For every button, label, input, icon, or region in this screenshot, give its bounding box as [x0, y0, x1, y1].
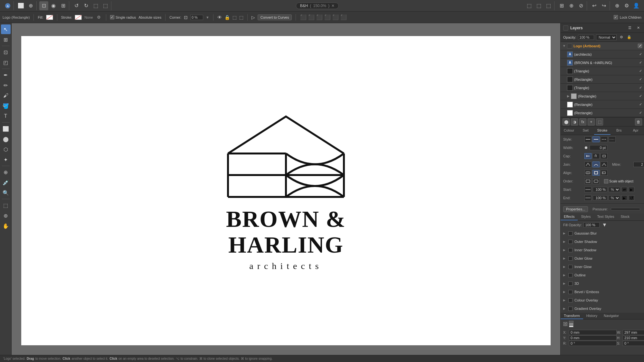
symbols-tool[interactable]: ⊛	[1, 211, 11, 220]
layers-mask-btn[interactable]: ◑	[571, 118, 578, 125]
transform-tool[interactable]: ⊡	[1, 47, 11, 57]
layers-close-btn[interactable]: ✕	[635, 25, 641, 31]
view-btn2[interactable]: ◉	[49, 1, 58, 10]
inner-glow-checkbox[interactable]	[568, 265, 573, 269]
stroke-style-solid[interactable]	[592, 136, 600, 142]
effect-inner-shadow[interactable]: ▶ Inner Shadow	[561, 246, 644, 254]
sub-tab-text-styles[interactable]: Text Styles	[594, 213, 617, 220]
effect-3d[interactable]: ▶ 3D	[561, 279, 644, 288]
rotate-right[interactable]: ↻	[81, 1, 90, 10]
effect-colour-overlay[interactable]: ▶ Colour Overlay	[561, 296, 644, 304]
layers-delete-btn[interactable]: 🗑	[635, 118, 642, 125]
lock-children-checkbox[interactable]	[614, 15, 618, 19]
order-btn1[interactable]	[584, 178, 592, 184]
r-input[interactable]	[569, 341, 617, 346]
layer-item-2[interactable]: (Triangle) ✓	[561, 67, 644, 75]
layers-eye-icon[interactable]	[563, 25, 568, 31]
pencil-tool[interactable]: ✏	[1, 80, 11, 90]
layer-item-1[interactable]: A (BROWN & ÷HARLING) ✓	[561, 59, 644, 67]
x-input[interactable]	[569, 330, 617, 335]
layers-menu-btn[interactable]: ☰	[627, 25, 633, 31]
view-btn3[interactable]: ⊞	[59, 1, 68, 10]
align-left-btn[interactable]: ⬛	[300, 14, 307, 21]
sub-tab-effects[interactable]: Effects	[561, 213, 578, 220]
corner-dropdown-icon[interactable]: ▼	[206, 15, 209, 19]
tab-brs[interactable]: Brs	[611, 126, 627, 135]
distribute-tool[interactable]: ⬚	[534, 1, 543, 10]
align-center-btn[interactable]: ⬛	[308, 14, 315, 21]
effect-outer-shadow[interactable]: ▶ Outer Shadow	[561, 237, 644, 246]
stroke-swatch[interactable]	[75, 15, 82, 20]
align-inner[interactable]	[584, 170, 592, 176]
outer-shadow-checkbox[interactable]	[568, 240, 573, 244]
stroke-settings-btn[interactable]: ⚙	[96, 14, 102, 21]
tab-swt[interactable]: Swt	[577, 126, 594, 135]
sub-tab-styles[interactable]: Styles	[578, 213, 594, 220]
align-center[interactable]	[592, 170, 600, 176]
hand-tool[interactable]: ✋	[1, 221, 11, 231]
layers-tool[interactable]: ⬚	[1, 200, 11, 210]
layers-new-btn[interactable]: +	[588, 118, 595, 125]
cap-round[interactable]	[592, 153, 600, 159]
text-tool[interactable]: T	[1, 111, 11, 121]
stroke-style-dotted[interactable]	[609, 136, 616, 142]
start-more-btn[interactable]: ▶	[629, 187, 634, 192]
join-round[interactable]	[592, 162, 600, 167]
stroke-style-none[interactable]	[584, 136, 592, 142]
ellipse-tool[interactable]: ⬤	[1, 134, 11, 144]
start-arrow-none[interactable]	[584, 187, 592, 192]
grid-btn[interactable]: ⊞	[557, 1, 566, 10]
gaussian-checkbox[interactable]	[568, 231, 573, 236]
cap-square[interactable]	[601, 153, 608, 159]
layer-item-5[interactable]: ▶ (Rectangle) ✓	[561, 92, 644, 100]
effect-gradient-overlay[interactable]: ▶ Gradient Overlay	[561, 304, 644, 313]
eyedropper-tool[interactable]: 💉	[1, 178, 11, 187]
canvas-area[interactable]: BROWN & HARLING architects	[12, 23, 560, 355]
effect-bevel-emboss[interactable]: ▶ Bevel / Emboss	[561, 288, 644, 296]
path-btn[interactable]: ⊘	[576, 1, 585, 10]
effect-outer-glow[interactable]: ▶ Outer Glow	[561, 254, 644, 263]
crop-tool[interactable]: ◰	[1, 58, 11, 67]
tab-stroke[interactable]: Stroke	[594, 126, 611, 135]
colour-overlay-checkbox[interactable]	[568, 298, 573, 302]
bevel-checkbox[interactable]	[568, 290, 573, 294]
sub-tab-stock[interactable]: Stock	[618, 213, 633, 220]
layer-artboard[interactable]: ▼ Logo (Artboard)	[561, 42, 644, 50]
corner-value-input[interactable]	[190, 15, 203, 20]
settings-btn[interactable]: ⚙	[622, 1, 631, 10]
transform-tab[interactable]: Transform	[561, 313, 583, 319]
brush-tool[interactable]: 🖌	[1, 91, 11, 100]
start-input[interactable]	[593, 187, 607, 192]
align-middle-btn[interactable]: ⬛	[332, 14, 339, 21]
view-btn1[interactable]: ⊡	[39, 1, 48, 10]
blend-mode-select[interactable]: Normal	[596, 34, 617, 40]
end-rotate-btn[interactable]: ↺	[629, 195, 634, 200]
scale-checkbox[interactable]	[604, 179, 608, 183]
layer-item-7[interactable]: (Rectangle) ✓	[561, 109, 644, 117]
layers-settings-btn[interactable]: ⚙	[619, 34, 624, 40]
convert-to-curves-btn[interactable]: Convert to Curves	[258, 14, 292, 20]
layers-lock-btn[interactable]: 🔒	[626, 34, 632, 40]
layers-add-btn[interactable]: ⬤	[563, 118, 570, 125]
zoom-tool-left[interactable]: 🔍	[1, 188, 11, 198]
navigator-tab[interactable]: Navigator	[601, 313, 622, 319]
star-tool[interactable]: ✦	[1, 155, 11, 164]
opacity-input[interactable]	[578, 35, 594, 40]
align-right-btn[interactable]: ⬛	[316, 14, 323, 21]
rotate-left[interactable]: ↺	[72, 1, 81, 10]
properties-btn[interactable]: Properties...	[563, 206, 588, 212]
gradient-overlay-checkbox[interactable]	[568, 307, 573, 311]
fill-opacity-dropdown[interactable]: ▼	[601, 222, 607, 228]
effect-outline[interactable]: ▶ Outline	[561, 271, 644, 279]
snap-btn[interactable]: ⊕	[567, 1, 576, 10]
flip-h[interactable]: ⬚	[91, 1, 100, 10]
tab-colour[interactable]: Colour	[561, 126, 577, 135]
pen-tool[interactable]: ✒	[1, 70, 11, 80]
layer-item-6[interactable]: (Rectangle) ✓	[561, 100, 644, 109]
flip-v[interactable]: ⬚	[101, 1, 110, 10]
group-tool[interactable]: ⬚	[544, 1, 553, 10]
stroke-style-dashed[interactable]	[601, 136, 608, 142]
effect-inner-glow[interactable]: ▶ Inner Glow	[561, 263, 644, 271]
polygon-tool[interactable]: ⬡	[1, 144, 11, 154]
share-btn[interactable]: ⊕	[26, 1, 35, 10]
